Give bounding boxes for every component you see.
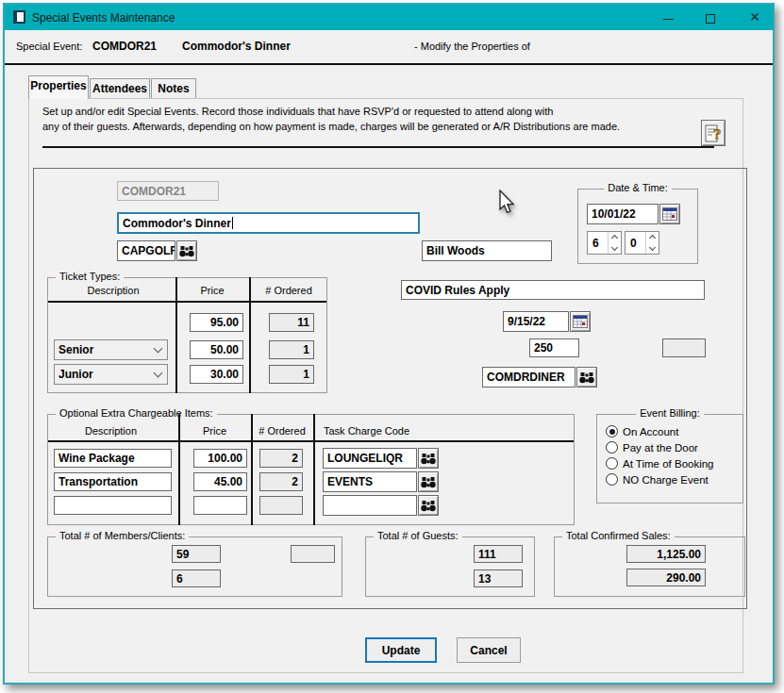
title-name-value: Commodor's Dinner (123, 217, 231, 230)
tab-properties[interactable]: Properties (28, 75, 89, 99)
ticket-col-divider-2 (249, 277, 251, 393)
ticket-hdr-price: Price (180, 285, 244, 296)
ticket-hdr-description: Description (61, 285, 165, 296)
calendar-icon (662, 207, 677, 221)
event-date-field[interactable]: 10/01/22 (587, 204, 659, 224)
totals-guests-legend: Total # of Guests: (374, 530, 462, 541)
ticket-senior-ordered: 1 (269, 340, 314, 359)
minute-down-icon[interactable] (646, 243, 659, 255)
event-billing-legend: Event Billing: (636, 407, 704, 419)
max-guests-field[interactable]: 250 (529, 338, 579, 357)
title-bar[interactable]: Special Events Maintenance × (5, 5, 773, 30)
minute-spinner[interactable]: 0 (625, 231, 659, 255)
extra-code-lookup-3[interactable] (418, 495, 439, 516)
extra-ordered-2: 2 (259, 472, 303, 491)
extra-code-lookup-1[interactable] (418, 448, 439, 469)
extra-price-1[interactable]: 100.00 (193, 449, 247, 468)
ticket-type-dropdown-junior[interactable]: Junior (54, 364, 168, 385)
radio-label: Pay at the Door (623, 442, 698, 454)
declined-field (291, 545, 335, 563)
radio-icon (606, 457, 618, 470)
binoculars-icon (579, 371, 594, 384)
date-time-legend: Date & Time: (604, 182, 672, 193)
attended-field (662, 338, 706, 357)
extra-desc-2[interactable]: Transportation (54, 472, 172, 491)
extras-hdr-ordered: # Ordered (253, 425, 311, 437)
special-events-window: Special Events Maintenance × Special Eve… (3, 3, 775, 685)
coordinator-field[interactable]: Bill Woods (422, 240, 552, 261)
ticket-junior-price[interactable]: 30.00 (190, 365, 243, 384)
location-lookup-button[interactable] (176, 240, 197, 261)
window-title: Special Events Maintenance (32, 11, 175, 25)
extras-hdr-task: Task Charge Code (324, 425, 409, 437)
maximize-icon (706, 14, 715, 24)
hour-down-icon[interactable] (609, 243, 621, 255)
dropdown-value: Junior (58, 368, 93, 381)
extra-desc-3[interactable] (54, 496, 172, 515)
extras-total-field: 290.00 (626, 569, 706, 586)
intro-line-1: Set up and/or edit Special Events. Recor… (42, 106, 553, 117)
tab-attendees[interactable]: Attendees (90, 78, 150, 98)
hour-spinner[interactable]: 6 (587, 231, 622, 255)
extra-price-2[interactable]: 45.00 (193, 472, 247, 491)
last-purchase-field[interactable]: 9/15/22 (503, 311, 569, 332)
cancel-button[interactable]: Cancel (457, 637, 521, 663)
undecided-field: 59 (172, 545, 221, 563)
ticket-junior-ordered: 1 (269, 365, 314, 384)
intro-separator (42, 146, 714, 148)
header-separator (5, 63, 773, 65)
binoculars-icon (421, 453, 436, 465)
ticket-regular-price[interactable]: 95.00 (190, 313, 243, 332)
totals-members-legend: Total # of Members/Clients: (56, 530, 189, 541)
extra-price-3[interactable] (193, 496, 247, 515)
event-code-field: COMDOR21 (117, 181, 219, 201)
confirmed-attendance-field: 6 (172, 569, 221, 587)
last-purchase-calendar-button[interactable] (570, 311, 591, 332)
radio-no-charge[interactable]: NO Charge Event (606, 473, 709, 486)
ticket-senior-price[interactable]: 50.00 (190, 340, 243, 359)
ticket-hdr-ordered: # Ordered (252, 285, 325, 296)
radio-label: NO Charge Event (623, 474, 709, 486)
minimize-button[interactable] (654, 5, 682, 30)
extras-col-divider-1 (178, 414, 180, 525)
title-name-field[interactable]: Commodor's Dinner (117, 212, 420, 234)
task-charge-field[interactable]: COMDRDINER (482, 367, 575, 388)
extras-hdr-price: Price (182, 425, 247, 437)
ticket-types-legend: Ticket Types: (56, 271, 124, 282)
extra-code-lookup-2[interactable] (418, 471, 439, 492)
extra-code-1[interactable]: LOUNGELIQR (323, 448, 417, 469)
dropdown-value: Senior (58, 343, 93, 356)
hour-up-icon[interactable] (609, 232, 621, 243)
radio-pay-at-door[interactable]: Pay at the Door (606, 441, 698, 454)
binoculars-icon (421, 500, 436, 512)
extra-code-3[interactable] (323, 495, 417, 516)
help-button[interactable]: ? (701, 120, 726, 146)
help-icon: ? (705, 124, 723, 143)
event-date-calendar-button[interactable] (659, 204, 680, 224)
minute-up-icon[interactable] (646, 232, 659, 243)
radio-time-of-booking[interactable]: At Time of Booking (606, 457, 714, 470)
extra-code-2[interactable]: EVENTS (323, 471, 417, 492)
ticket-header-underline (48, 301, 326, 303)
close-button[interactable]: × (741, 5, 769, 30)
binoculars-icon (421, 476, 436, 488)
comment-field[interactable]: COVID Rules Apply (401, 280, 705, 300)
radio-label: On Account (623, 426, 678, 437)
update-button[interactable]: Update (365, 637, 437, 663)
location-code-field[interactable]: CAPGOLF (117, 240, 175, 261)
tab-notes[interactable]: Notes (151, 78, 196, 98)
extra-desc-1[interactable]: Wine Package (54, 449, 172, 468)
extras-col-divider-3 (313, 414, 315, 525)
minute-value[interactable]: 0 (626, 232, 645, 254)
minimize-icon (663, 19, 674, 20)
modify-properties-text: - Modify the Properties of (414, 41, 530, 52)
extras-header-underline (48, 440, 574, 442)
radio-on-account[interactable]: On Account (606, 425, 678, 437)
hour-value[interactable]: 6 (588, 232, 608, 254)
header-strip: Special Event: COMDOR21 Commodor's Dinne… (5, 30, 773, 63)
maximize-button[interactable] (696, 5, 725, 30)
totals-sales-legend: Total Confirmed Sales: (562, 530, 675, 541)
ticket-type-dropdown-senior[interactable]: Senior (54, 339, 168, 360)
tickets-total-field: 1,125.00 (626, 545, 706, 563)
task-charge-lookup-button[interactable] (576, 367, 597, 388)
